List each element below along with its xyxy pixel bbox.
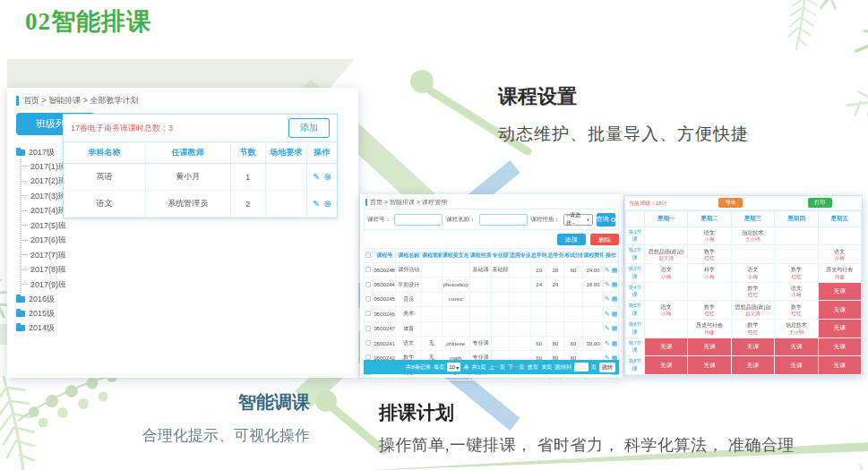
empty-lesson-cell[interactable] [688,282,731,301]
empty-lesson-cell[interactable] [818,226,861,245]
lesson-cell[interactable]: 信息技术王小明 [775,319,818,338]
lesson-cell[interactable]: 数学红红 [731,319,774,338]
no-class-cell[interactable]: 无课 [645,338,688,356]
no-class-cell[interactable]: 无课 [818,301,861,320]
export-button[interactable]: 导出 [718,198,743,208]
tree-node-class[interactable]: 2017(8)班 [21,263,66,278]
empty-lesson-cell[interactable] [645,226,688,245]
no-class-cell[interactable]: 无课 [775,338,818,356]
course-name-input[interactable] [479,214,528,226]
edit-icon[interactable]: ✎ [605,295,610,302]
edit-icon[interactable]: ✎ [313,199,320,209]
course-type-select[interactable]: --请选择-- ▼ [563,214,593,226]
add-button[interactable]: 添加 [557,234,586,245]
course-type-label: 课程性质： [531,216,561,224]
no-class-cell[interactable]: 无课 [731,356,774,375]
last-page-link[interactable]: 末页 [541,363,552,372]
lesson-cell[interactable]: 数学红红 [775,301,818,320]
page-size-select[interactable]: 10▾ [447,363,460,372]
edit-icon[interactable]: ✎ [605,267,610,273]
no-class-cell[interactable]: 无课 [818,319,861,338]
tree-node-class[interactable]: 2017(1)班 [21,159,66,175]
lesson-cell[interactable]: 科学小梅 [688,263,731,282]
no-class-cell[interactable]: 无课 [818,356,861,375]
timetable-row: 第2节课思想品德(政治)赵文清数学红红语文小梅 [626,245,862,264]
detail-icon[interactable]: ▦ [612,267,618,273]
edit-icon[interactable]: ✎ [605,311,610,317]
search-button[interactable]: 查询 [597,213,615,226]
lesson-cell[interactable]: 语文小梅 [645,301,688,320]
detail-icon[interactable]: ▦ [612,281,618,287]
add-button[interactable]: 添加 [288,118,330,138]
detail-icon[interactable]: ▦ [612,295,618,302]
no-class-cell[interactable]: 无课 [688,338,731,356]
tree-node-grade[interactable]: 2015级 [16,307,66,321]
prev-page-link[interactable]: 上一页 [488,363,505,372]
edit-icon[interactable]: ✎ [605,325,610,331]
lesson-cell[interactable]: 信息技术王小明 [731,226,774,245]
row-checkbox[interactable] [365,311,371,316]
delete-icon[interactable]: ⊗ [323,172,331,182]
detail-icon[interactable]: ▦ [612,340,618,346]
row-checkbox[interactable] [365,267,371,272]
lesson-cell[interactable]: 思想品德(政治)赵文清 [645,245,688,264]
lesson-cell[interactable]: 数学红红 [775,263,818,282]
no-class-cell[interactable]: 无课 [645,356,688,375]
tree-node-grade[interactable]: 2016级 [16,293,66,307]
detail-icon[interactable]: ▦ [612,325,618,331]
edit-icon[interactable]: ✎ [605,281,610,287]
period-number: 第5节 [626,302,644,310]
empty-lesson-cell[interactable] [775,226,818,245]
lesson-cell[interactable]: 历史与社会伟健 [688,319,731,338]
period-suffix: 课 [626,346,644,355]
no-class-cell[interactable]: 无课 [688,356,731,375]
tree-node-root[interactable]: 2017级 [16,145,66,159]
table-row: 0500244平面设计photoshop242418.00✎▦ [365,278,619,292]
tree-node-class[interactable]: 2017(4)班 [21,204,66,219]
empty-lesson-cell[interactable] [645,319,688,338]
detail-icon[interactable]: ▦ [612,311,618,317]
cell [421,321,442,336]
select-all-checkbox[interactable] [365,252,371,258]
tree-node-class[interactable]: 2017(7)班 [21,248,66,263]
course-no-input[interactable] [394,214,443,226]
tree-node-class[interactable]: 2017(5)班 [21,218,66,234]
edit-icon[interactable]: ✎ [605,340,610,346]
tree-node-class[interactable]: 2017(9)班 [21,278,66,293]
lesson-cell[interactable]: 语文小梅 [688,226,731,245]
empty-lesson-cell[interactable] [731,245,774,264]
lesson-cell[interactable]: 数学红红 [688,301,731,320]
goto-button[interactable]: 跳转 [599,363,615,372]
tree-node-class[interactable]: 2017(2)班 [21,175,66,190]
no-class-cell[interactable]: 无课 [818,282,861,301]
delete-button[interactable]: 删除 [590,234,619,245]
edit-icon[interactable]: ✎ [313,172,320,182]
lesson-cell[interactable]: 语文小梅 [775,282,818,301]
lesson-cell[interactable]: 语文小梅 [645,263,688,282]
row-checkbox[interactable] [365,296,371,302]
lesson-cell[interactable]: 数学红红 [688,245,731,264]
goto-page-input[interactable] [574,363,589,372]
lesson-cell[interactable]: 历史与社会伟健 [818,263,861,282]
row-checkbox[interactable] [365,326,371,331]
period-number: 第8节 [626,357,644,365]
cell [266,191,307,218]
tree-node-class[interactable]: 2017(6)班 [21,234,66,249]
first-page-link[interactable]: 首页 [528,363,538,372]
lesson-cell[interactable]: 语文小梅 [731,263,774,282]
empty-lesson-cell[interactable] [775,245,818,264]
no-class-cell[interactable]: 无课 [818,338,861,356]
no-class-cell[interactable]: 无课 [775,356,818,375]
lesson-cell[interactable]: 语文小梅 [818,245,861,264]
row-checkbox[interactable] [365,340,371,346]
lesson-cell[interactable]: 思想品德(政治)赵文清 [731,301,774,320]
print-button[interactable]: 打印 [808,198,832,208]
empty-lesson-cell[interactable] [645,282,688,301]
tree-node-class[interactable]: 2017(3)班 [21,189,66,204]
row-checkbox[interactable] [365,282,371,287]
delete-icon[interactable]: ⊗ [323,199,331,209]
tree-node-grade[interactable]: 2014级 [16,321,66,336]
no-class-cell[interactable]: 无课 [731,338,774,356]
next-page-link[interactable]: 下一页 [508,363,525,372]
lesson-cell[interactable]: 数学红红 [731,282,774,301]
